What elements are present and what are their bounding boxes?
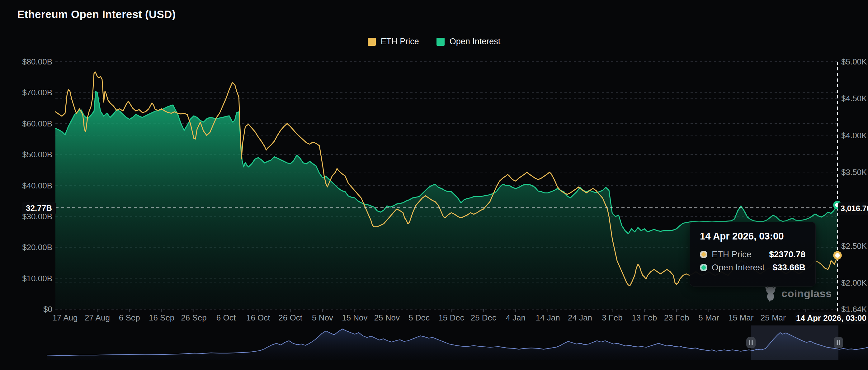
tooltip-value: $2370.78 [769,249,805,259]
eth-price-dot-icon [700,251,707,258]
tooltip-label: Open Interest [712,263,765,273]
navigator-right-handle-grip-icon [837,340,838,345]
watermark-brand: coinglass [781,287,832,300]
navigator-left-handle-grip-icon [751,340,752,345]
coinglass-watermark: coinglass [764,285,832,302]
tooltip-row-open-interest: Open Interest $33.66B [700,263,805,273]
crosshair-date-pill: 14 Apr 2026, 03:00 [795,312,868,324]
tooltip-date: 14 Apr 2026, 03:00 [700,231,805,242]
coinglass-open-interest-chart: Ethereum Open Interest (USD) ETH Price O… [0,0,868,370]
navigator-area [47,329,868,360]
navigator-right-handle[interactable] [834,337,843,348]
navigator-left-handle[interactable] [746,337,755,348]
tooltip-label: ETH Price [712,249,751,259]
crosshair-left-value-pill: 32.77B [22,202,56,214]
tooltip-value: $33.66B [772,263,805,273]
tooltip-row-eth-price: ETH Price $2370.78 [700,249,805,259]
chart-tooltip: 14 Apr 2026, 03:00 ETH Price $2370.78 Op… [690,222,816,286]
navigator-right-handle-grip-icon [839,340,840,345]
navigator-selected-range[interactable] [751,326,838,360]
open-interest-dot-icon [700,264,707,271]
range-navigator[interactable] [0,0,868,370]
crosshair-right-value-pill: 3,016.70 [838,203,868,215]
navigator-left-handle-grip-icon [749,340,750,345]
coinglass-logo-icon [764,285,778,302]
